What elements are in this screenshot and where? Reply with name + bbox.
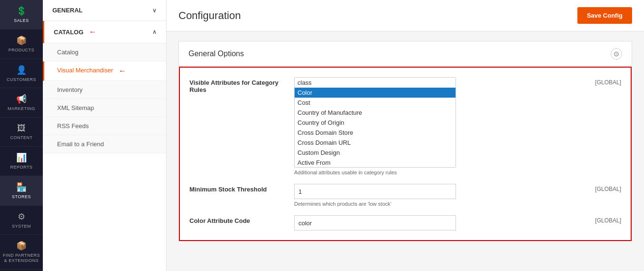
color-attribute-label: Color Attribute Code <box>189 215 294 224</box>
form-section-attributes: Visible Attributes for Category Rules cl… <box>179 67 632 241</box>
nav-section-catalog-label: CATALOG ← <box>54 28 97 36</box>
customers-icon: 👤 <box>16 65 27 75</box>
nav-sidebar: GENERAL ∨ CATALOG ← ∧ Catalog Visual Mer… <box>43 0 167 271</box>
attr-option-color: Color <box>295 88 456 98</box>
form-row-visible-attributes: Visible Attributes for Category Rules cl… <box>189 77 621 175</box>
minimum-stock-hint: Determines which products are 'low stock… <box>294 201 583 207</box>
minimum-stock-global: [GLOBAL] <box>583 184 621 192</box>
visual-merchandiser-arrow: ← <box>119 67 126 75</box>
sidebar-item-system[interactable]: ⚙ SYSTEM <box>0 206 43 235</box>
minimum-stock-input[interactable] <box>294 184 456 199</box>
sidebar-item-find[interactable]: 📦 FIND PARTNERS & EXTENSIONS <box>0 235 43 270</box>
left-sidebar: 💲 SALES 📦 PRODUCTS 👤 CUSTOMERS 📢 MARKETI… <box>0 0 43 271</box>
page-header: Configuration Save Config <box>167 0 644 31</box>
sidebar-item-sales[interactable]: 💲 SALES <box>0 0 43 30</box>
sidebar-item-customers[interactable]: 👤 CUSTOMERS <box>0 59 43 89</box>
nav-item-xml-sitemap[interactable]: XML Sitemap <box>43 99 166 117</box>
system-icon: ⚙ <box>18 211 26 222</box>
nav-section-catalog[interactable]: CATALOG ← ∧ <box>43 21 166 43</box>
general-options-header: General Options ⊙ <box>179 41 632 67</box>
nav-item-visual-merchandiser[interactable]: Visual Merchandiser ← <box>43 61 166 81</box>
sidebar-item-products[interactable]: 📦 PRODUCTS <box>0 30 43 59</box>
visible-attributes-control: class Color Cost Country of Manufacture … <box>294 77 583 175</box>
color-attribute-input[interactable] <box>294 215 456 231</box>
marketing-icon: 📢 <box>16 94 27 104</box>
nav-section-catalog-items: Catalog Visual Merchandiser ← Inventory … <box>43 43 166 153</box>
visible-attributes-label: Visible Attributes for Category Rules <box>189 77 294 93</box>
nav-item-catalog[interactable]: Catalog <box>43 43 166 61</box>
minimum-stock-control: Determines which products are 'low stock… <box>294 184 583 207</box>
nav-item-email-to-friend[interactable]: Email to a Friend <box>43 135 166 153</box>
sidebar-item-content[interactable]: 🖼 CONTENT <box>0 118 43 147</box>
attr-option-active-from: Active From <box>295 158 456 168</box>
collapse-button[interactable]: ⊙ <box>611 48 622 60</box>
config-content: General Options ⊙ Visible Attributes for… <box>167 31 644 251</box>
attr-option-country-manufacture: Country of Manufacture <box>295 108 456 118</box>
attr-option-cross-domain-store: Cross Domain Store <box>295 128 456 138</box>
page-title: Configuration <box>178 10 241 22</box>
sidebar-item-marketing[interactable]: 📢 MARKETING <box>0 88 43 118</box>
attr-option-country-origin: Country of Origin <box>295 118 456 128</box>
nav-section-general[interactable]: GENERAL ∨ <box>43 0 166 21</box>
products-icon: 📦 <box>16 35 27 46</box>
nav-section-general-label: GENERAL <box>52 7 83 14</box>
reports-icon: 📊 <box>16 152 27 163</box>
color-attribute-control <box>294 215 583 231</box>
color-attribute-global: [GLOBAL] <box>583 215 621 224</box>
sidebar-item-reports[interactable]: 📊 REPORTS <box>0 147 43 176</box>
nav-section-catalog-arrow: ∧ <box>152 29 157 35</box>
attr-option-custom-design: Custom Design <box>295 148 456 158</box>
visible-attributes-hint: Additional attributes usable in category… <box>294 170 583 175</box>
find-icon: 📦 <box>16 241 27 251</box>
general-options-section: General Options ⊙ Visible Attributes for… <box>178 41 632 241</box>
section-title: General Options <box>188 50 244 58</box>
main-wrapper: GENERAL ∨ CATALOG ← ∧ Catalog Visual Mer… <box>43 0 644 271</box>
stores-icon: 🏪 <box>16 182 27 192</box>
visible-attributes-global: [GLOBAL] <box>583 77 621 86</box>
form-row-minimum-stock: Minimum Stock Threshold Determines which… <box>189 184 621 207</box>
attr-option-cost: Cost <box>295 98 456 108</box>
attr-option-class: class <box>295 78 456 88</box>
visible-attributes-select[interactable]: class Color Cost Country of Manufacture … <box>294 77 456 168</box>
minimum-stock-label: Minimum Stock Threshold <box>189 184 294 193</box>
nav-item-inventory[interactable]: Inventory <box>43 81 166 99</box>
form-row-color-attribute: Color Attribute Code [GLOBAL] <box>189 215 621 231</box>
content-icon: 🖼 <box>17 123 26 133</box>
save-config-button[interactable]: Save Config <box>577 7 632 24</box>
content-area: Configuration Save Config General Option… <box>167 0 644 271</box>
catalog-arrow-indicator: ← <box>89 28 97 36</box>
nav-section-general-arrow: ∨ <box>152 7 157 14</box>
attr-option-cross-domain-url: Cross Domain URL <box>295 138 456 148</box>
nav-item-rss-feeds[interactable]: RSS Feeds <box>43 117 166 135</box>
sidebar-item-stores[interactable]: 🏪 STORES <box>0 176 43 206</box>
sales-icon: 💲 <box>16 6 27 16</box>
